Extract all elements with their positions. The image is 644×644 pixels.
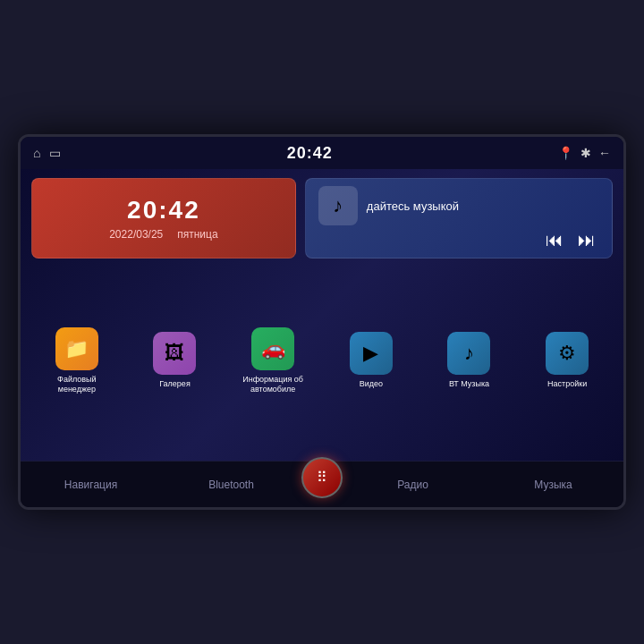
nav-label-radio: Радио	[397, 479, 428, 491]
music-widget[interactable]: ♪ дайтесь музыкой ⏮ ⏭	[305, 178, 613, 258]
status-bar: ⌂ ▭ 20:42 📍 ✱ ←	[21, 137, 623, 169]
nav-label-navigation: Навигация	[64, 479, 117, 491]
screen-icon[interactable]: ▭	[49, 146, 61, 160]
app-item-car[interactable]: 🚗Информация об автомобиле	[227, 266, 318, 453]
app-label-files: Файловый менеджер	[46, 375, 108, 394]
home-icon[interactable]: ⌂	[33, 146, 40, 160]
status-time: 20:42	[287, 144, 333, 163]
app-label-settings: Настройки	[547, 379, 587, 389]
nav-item-navigation[interactable]: Навигация	[21, 462, 161, 507]
app-icon-files: 📁	[55, 327, 98, 370]
app-icon-bt-music: ♪	[447, 332, 490, 375]
back-icon[interactable]: ←	[598, 146, 611, 160]
clock-date-value: 2022/03/25	[109, 228, 163, 241]
app-item-settings[interactable]: ⚙Настройки	[521, 266, 613, 453]
music-controls: ⏮ ⏭	[318, 230, 599, 250]
app-icon-settings: ⚙	[546, 332, 589, 375]
music-title: дайтесь музыкой	[367, 199, 459, 213]
app-icon-car: 🚗	[251, 327, 294, 370]
app-item-gallery[interactable]: 🖼Галерея	[130, 266, 221, 453]
status-right-icons: 📍 ✱ ←	[558, 146, 611, 160]
app-icon-video: ▶	[350, 332, 393, 375]
nav-item-music[interactable]: Музыка	[483, 462, 623, 507]
nav-label-music: Музыка	[534, 479, 572, 491]
status-left-icons: ⌂ ▭	[33, 146, 61, 160]
app-label-video: Видео	[360, 379, 383, 389]
music-icon-box: ♪	[318, 186, 358, 225]
app-item-bt-music[interactable]: ♪ВТ Музыка	[424, 266, 515, 453]
nav-item-radio[interactable]: Радио	[343, 462, 483, 507]
app-icon-gallery: 🖼	[153, 332, 196, 375]
main-content: 20:42 2022/03/25 пятница ♪ дайтесь музык…	[21, 169, 623, 461]
clock-weekday: пятница	[177, 228, 217, 241]
music-prev-button[interactable]: ⏮	[546, 230, 564, 250]
app-item-files[interactable]: 📁Файловый менеджер	[31, 266, 123, 453]
clock-date: 2022/03/25 пятница	[109, 228, 217, 241]
nav-label-bluetooth: Bluetooth	[208, 479, 254, 491]
device-screen: ⌂ ▭ 20:42 📍 ✱ ← 20:42 2022/03/25 пятница	[18, 134, 626, 510]
music-top: ♪ дайтесь музыкой	[318, 186, 599, 225]
app-label-gallery: Галерея	[159, 379, 191, 389]
app-label-car: Информация об автомобиле	[242, 375, 304, 394]
bottom-nav: НавигацияBluetooth⠿РадиоМузыка	[21, 461, 623, 507]
clock-time: 20:42	[127, 196, 200, 225]
app-item-video[interactable]: ▶Видео	[326, 266, 417, 453]
clock-widget[interactable]: 20:42 2022/03/25 пятница	[31, 178, 296, 258]
nav-center-button[interactable]: ⠿	[301, 457, 343, 498]
apps-grid: 📁Файловый менеджер🖼Галерея🚗Информация об…	[31, 266, 613, 453]
nav-item-bluetooth[interactable]: Bluetooth	[161, 462, 301, 507]
music-note-icon: ♪	[333, 194, 343, 217]
bluetooth-status-icon: ✱	[580, 146, 591, 160]
top-row: 20:42 2022/03/25 пятница ♪ дайтесь музык…	[31, 178, 613, 258]
app-label-bt-music: ВТ Музыка	[449, 379, 489, 389]
music-next-button[interactable]: ⏭	[578, 230, 596, 250]
location-icon: 📍	[558, 146, 573, 160]
